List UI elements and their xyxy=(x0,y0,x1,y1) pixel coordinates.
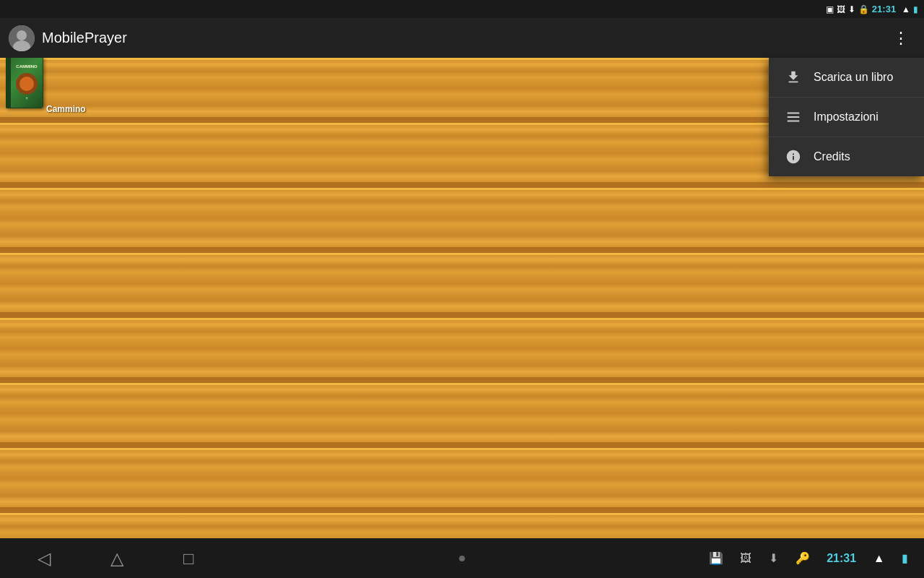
nav-center xyxy=(231,556,693,561)
shelf-row-7 xyxy=(0,448,924,513)
info-icon xyxy=(783,149,803,165)
lock-icon: 🔒 xyxy=(858,4,869,14)
battery-bottom-icon: ▮ xyxy=(902,551,908,565)
shelf-row-6 xyxy=(0,383,924,448)
dl-bottom-icon: ⬇ xyxy=(769,551,778,565)
shelf-row-8 xyxy=(0,513,924,538)
action-bar: MobilePrayer ⋮ xyxy=(0,18,924,58)
recents-button[interactable]: □ xyxy=(179,544,199,573)
book-cammino[interactable]: CAMMINO ✝ xyxy=(6,58,43,114)
shelf-row-3 xyxy=(0,188,924,253)
settings-icon xyxy=(783,109,803,125)
bottom-nav-bar: ◁ △ □ 💾 🖼 ⬇ 🔑 21:31 ▲ ▮ xyxy=(0,538,924,578)
sd-bottom-icon: 💾 xyxy=(709,551,723,565)
photo-bottom-icon: 🖼 xyxy=(740,552,751,565)
menu-item-settings[interactable]: Impostazioni xyxy=(769,98,924,137)
key-bottom-icon: 🔑 xyxy=(796,551,810,565)
back-button[interactable]: ◁ xyxy=(33,544,55,573)
menu-item-credits[interactable]: Credits xyxy=(769,137,924,176)
shelf-row-4 xyxy=(0,253,924,318)
book-cover: CAMMINO ✝ xyxy=(6,58,43,108)
app-avatar xyxy=(9,25,35,51)
time-bottom: 21:31 xyxy=(827,552,856,565)
dropdown-menu: Scarica un libro Impostazioni Credits xyxy=(769,58,924,176)
wifi-bottom-icon: ▲ xyxy=(873,552,885,565)
overflow-menu-button[interactable]: ⋮ xyxy=(887,25,915,52)
menu-label-credits: Credits xyxy=(814,150,850,163)
svg-point-1 xyxy=(17,30,27,40)
menu-label-settings: Impostazioni xyxy=(814,111,879,124)
wifi-icon: ▲ xyxy=(902,4,910,14)
book-title-cammino: Cammino xyxy=(46,104,86,114)
nav-left: ◁ △ □ xyxy=(0,544,231,573)
shelf-row-5 xyxy=(0,318,924,383)
app-title: MobilePrayer xyxy=(42,30,887,46)
nav-indicator xyxy=(459,556,465,561)
status-bar: ▣ 🖼 ⬇ 🔒 21:31 ▲ ▮ xyxy=(0,0,924,18)
download-icon xyxy=(783,69,803,85)
time-display: 21:31 xyxy=(872,4,896,14)
status-icons: ▣ 🖼 ⬇ 🔒 21:31 ▲ ▮ xyxy=(826,4,918,14)
menu-label-download: Scarica un libro xyxy=(814,71,893,84)
download-status-icon: ⬇ xyxy=(848,4,855,14)
menu-item-download[interactable]: Scarica un libro xyxy=(769,58,924,98)
nav-right: 💾 🖼 ⬇ 🔑 21:31 ▲ ▮ xyxy=(693,551,924,565)
home-button[interactable]: △ xyxy=(106,544,128,573)
battery-icon: ▮ xyxy=(913,4,918,14)
image-icon: 🖼 xyxy=(837,4,845,14)
sd-icon: ▣ xyxy=(826,4,834,14)
